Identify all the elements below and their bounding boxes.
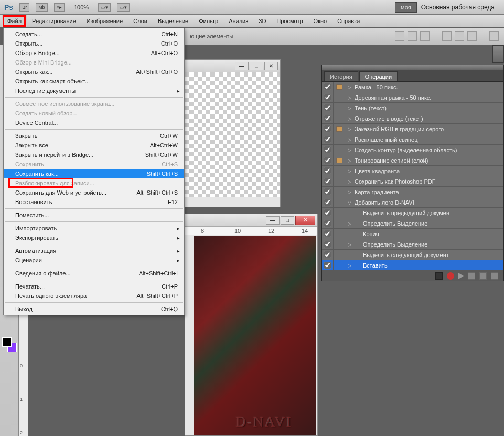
dialog-toggle[interactable] bbox=[334, 187, 345, 197]
expand-icon[interactable]: ▽ bbox=[345, 200, 353, 205]
arrange-icon[interactable] bbox=[489, 31, 499, 41]
expand-icon[interactable]: ▷ bbox=[345, 179, 353, 184]
actions-list[interactable]: ▷Рамка - 50 пикс.▷Деревянная рамка - 50 … bbox=[322, 82, 503, 270]
panel-drag-header[interactable] bbox=[322, 65, 503, 70]
menu-справка[interactable]: Справка bbox=[332, 15, 365, 27]
document-window-2[interactable]: — □ ✕ 8 10 12 14 D-NAVI bbox=[185, 214, 318, 436]
action-row[interactable]: ▷Деревянная рамка - 50 пикс. bbox=[322, 92, 503, 103]
canvas-image[interactable]: D-NAVI bbox=[194, 236, 316, 435]
menu-item[interactable]: Импортировать▸ bbox=[4, 224, 184, 233]
action-row[interactable]: ▷Заказной RGB в градации серого bbox=[322, 124, 503, 134]
transparent-canvas[interactable] bbox=[185, 72, 280, 197]
expand-icon[interactable]: ▷ bbox=[345, 126, 353, 132]
workspace-preset-button[interactable]: моя bbox=[395, 2, 417, 13]
collapsed-panel-strip[interactable] bbox=[492, 45, 504, 63]
dialog-toggle[interactable] bbox=[334, 197, 345, 207]
action-row[interactable]: ▷Тень (текст) bbox=[322, 103, 503, 113]
menu-item[interactable]: Сценарии▸ bbox=[4, 256, 184, 265]
action-row[interactable]: ▷Сохранить как Photoshop PDF bbox=[322, 176, 503, 187]
menu-item[interactable]: Обзор в Bridge...Alt+Ctrl+O bbox=[4, 48, 184, 58]
include-checkbox[interactable] bbox=[322, 92, 334, 102]
dialog-toggle[interactable] bbox=[334, 103, 345, 113]
include-checkbox[interactable] bbox=[322, 239, 334, 249]
dialog-toggle[interactable] bbox=[334, 134, 345, 144]
minimize-icon[interactable]: — bbox=[266, 216, 280, 225]
trash-icon[interactable] bbox=[491, 272, 498, 280]
dialog-toggle[interactable] bbox=[334, 145, 345, 155]
expand-icon[interactable]: ▷ bbox=[345, 168, 353, 174]
menu-item[interactable]: Сохранить для Web и устройств...Alt+Shif… bbox=[4, 188, 184, 197]
include-checkbox[interactable] bbox=[322, 82, 334, 92]
dialog-toggle[interactable] bbox=[334, 239, 345, 249]
screen-layout-icon[interactable]: ▭▾ bbox=[117, 3, 130, 12]
action-row[interactable]: ▷Рамка - 50 пикс. bbox=[322, 82, 503, 92]
menu-item[interactable]: ВыходCtrl+Q bbox=[4, 304, 184, 314]
include-checkbox[interactable] bbox=[322, 113, 334, 123]
menu-фильтр[interactable]: Фильтр bbox=[194, 15, 223, 27]
menu-изображение[interactable]: Изображение bbox=[81, 15, 128, 27]
menu-item[interactable]: ВосстановитьF12 bbox=[4, 197, 184, 207]
include-checkbox[interactable] bbox=[322, 103, 334, 113]
include-checkbox[interactable] bbox=[322, 155, 334, 165]
new-folder-icon[interactable] bbox=[468, 272, 475, 280]
dialog-toggle[interactable] bbox=[334, 250, 345, 260]
menu-item[interactable]: Сведения о файле...Alt+Shift+Ctrl+I bbox=[4, 269, 184, 278]
distribute-icon[interactable] bbox=[455, 31, 464, 41]
close-icon[interactable]: ✕ bbox=[264, 62, 278, 70]
distribute-icon[interactable] bbox=[442, 31, 452, 41]
include-checkbox[interactable] bbox=[322, 176, 334, 186]
expand-icon[interactable]: ▷ bbox=[345, 242, 353, 247]
expand-icon[interactable]: ▷ bbox=[345, 105, 353, 111]
document-window-1[interactable]: — □ ✕ bbox=[185, 59, 281, 207]
include-checkbox[interactable] bbox=[322, 187, 334, 197]
menu-item[interactable]: Печатать...Ctrl+P bbox=[4, 282, 184, 291]
action-row[interactable]: ▷Вставить bbox=[322, 260, 503, 270]
expand-icon[interactable]: ▷ bbox=[345, 263, 353, 268]
action-row[interactable]: ▷Создать контур (выделенная область) bbox=[322, 145, 503, 155]
expand-icon[interactable]: ▷ bbox=[345, 137, 353, 142]
expand-icon[interactable]: ▷ bbox=[345, 95, 353, 100]
expand-icon[interactable]: ▷ bbox=[345, 189, 353, 195]
action-row[interactable]: ▷Определить Выделение bbox=[322, 218, 503, 229]
dialog-toggle[interactable] bbox=[334, 260, 345, 270]
menu-файл[interactable]: Файл bbox=[2, 15, 27, 27]
new-action-icon[interactable] bbox=[479, 272, 487, 280]
menu-item[interactable]: Закрыть всеAlt+Ctrl+W bbox=[4, 141, 184, 150]
menu-item[interactable]: Открыть...Ctrl+O bbox=[4, 39, 184, 48]
menu-слои[interactable]: Слои bbox=[128, 15, 153, 27]
dialog-toggle[interactable] bbox=[334, 176, 345, 186]
dialog-toggle[interactable] bbox=[334, 82, 345, 92]
close-icon[interactable]: ✕ bbox=[295, 216, 315, 225]
menu-item[interactable]: Device Central... bbox=[4, 118, 184, 127]
expand-icon[interactable]: ▷ bbox=[345, 116, 353, 121]
menu-item[interactable]: Последние документы▸ bbox=[4, 86, 184, 95]
bridge-button[interactable]: Br bbox=[19, 3, 29, 12]
menu-item[interactable]: Печать одного экземпляраAlt+Shift+Ctrl+P bbox=[4, 291, 184, 301]
menu-3d[interactable]: 3D bbox=[253, 15, 271, 27]
arrange-docs-icon[interactable]: ▭▾ bbox=[98, 3, 111, 12]
dialog-toggle[interactable] bbox=[334, 124, 345, 134]
include-checkbox[interactable] bbox=[322, 145, 334, 155]
action-row[interactable]: Выделить следующий документ bbox=[322, 250, 503, 260]
minimize-icon[interactable]: — bbox=[235, 62, 249, 70]
expand-icon[interactable]: ▷ bbox=[345, 84, 353, 90]
align-icon[interactable] bbox=[395, 31, 404, 41]
include-checkbox[interactable] bbox=[322, 250, 334, 260]
include-checkbox[interactable] bbox=[322, 229, 334, 239]
menu-item[interactable]: Открыть как...Alt+Shift+Ctrl+O bbox=[4, 67, 184, 77]
dialog-toggle[interactable] bbox=[334, 218, 345, 228]
menu-выделение[interactable]: Выделение bbox=[153, 15, 194, 27]
action-row[interactable]: Выделить предыдущий документ bbox=[322, 208, 503, 218]
expand-icon[interactable]: ▷ bbox=[345, 221, 353, 226]
align-icon[interactable] bbox=[408, 31, 417, 41]
include-checkbox[interactable] bbox=[322, 166, 334, 176]
include-checkbox[interactable] bbox=[322, 218, 334, 228]
expand-icon[interactable]: ▷ bbox=[345, 147, 353, 153]
tab-history[interactable]: История bbox=[324, 71, 358, 81]
record-icon[interactable] bbox=[447, 272, 454, 280]
action-row[interactable]: Копия bbox=[322, 229, 503, 239]
menu-анализ[interactable]: Анализ bbox=[223, 15, 253, 27]
include-checkbox[interactable] bbox=[322, 260, 334, 270]
dialog-toggle[interactable] bbox=[334, 92, 345, 102]
zoom-level[interactable]: 100% bbox=[71, 4, 92, 10]
